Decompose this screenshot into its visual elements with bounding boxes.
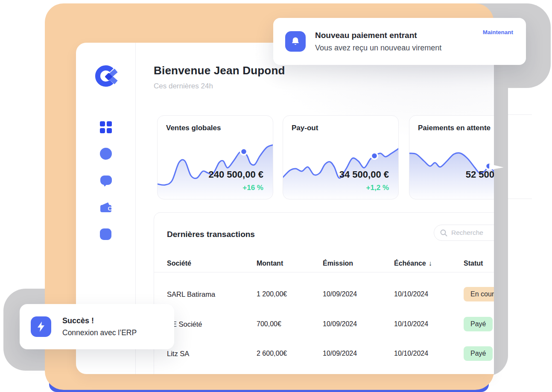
stat-card-paiements-en-attente: Paiements en attente 52 500,00 € — [409, 115, 494, 199]
cell-due-date: 10/10/2024 — [394, 350, 464, 357]
sidebar-item-messages[interactable] — [99, 174, 112, 187]
stat-card-value: 34 500,00 € — [339, 169, 389, 180]
status-badge: En cours — [464, 287, 494, 301]
grid-icon — [99, 121, 112, 134]
stat-card-delta: +1,2 % — [366, 184, 389, 192]
search-box[interactable] — [434, 225, 494, 241]
sidebar-item-wallet[interactable] — [99, 201, 112, 214]
search-input[interactable] — [451, 229, 494, 237]
transactions-title: Dernières transactions — [167, 230, 255, 239]
notification-toast[interactable]: Nouveau paiement entrant Vous avez reçu … — [273, 18, 526, 65]
pointer-triangle — [487, 161, 505, 173]
cell-issue-date: 10/09/2024 — [323, 320, 394, 328]
column-header-emission: Émission — [323, 260, 394, 267]
sidebar-item-dashboard[interactable] — [99, 121, 112, 134]
success-toast[interactable]: Succès ! Connexion avec l’ERP — [20, 304, 174, 349]
cell-due-date: 10/10/2024 — [394, 290, 464, 298]
sidebar-item-settings[interactable] — [99, 228, 112, 241]
sort-descending-icon: ↓ — [429, 260, 432, 267]
table-row[interactable]: Litz SA 2 600,00€ 10/09/2024 10/10/2024 … — [154, 342, 494, 366]
column-header-montant: Montant — [257, 260, 323, 267]
cell-amount: 700,00€ — [257, 320, 323, 328]
cell-due-date: 10/10/2024 — [394, 320, 464, 328]
toast-message: Connexion avec l’ERP — [62, 328, 137, 337]
sidebar-item-accounts[interactable] — [99, 147, 112, 160]
page-title: Bienvenue Jean Dupond — [154, 64, 285, 77]
cell-issue-date: 10/09/2024 — [323, 290, 394, 298]
column-header-societe: Société — [167, 260, 257, 267]
lightning-bolt-icon — [31, 316, 51, 337]
app-logo-icon[interactable] — [94, 64, 118, 88]
column-header-statut: Statut — [464, 260, 494, 267]
cell-company: Litz SA — [167, 350, 257, 358]
wallet-icon — [99, 201, 112, 214]
stat-card-label: Ventes globales — [166, 124, 221, 132]
table-row[interactable]: RE Société 700,00€ 10/09/2024 10/10/2024… — [154, 312, 494, 336]
bell-icon — [285, 31, 306, 52]
stat-card-delta: +16 % — [242, 184, 263, 192]
circle-icon — [100, 148, 112, 160]
rounded-square-icon — [100, 228, 111, 240]
toast-title: Succès ! — [62, 316, 94, 325]
cell-company: RE Société — [167, 320, 257, 328]
clipped-card-border-top — [508, 114, 532, 115]
status-badge: Payé — [464, 317, 493, 331]
cell-issue-date: 10/09/2024 — [323, 350, 394, 357]
toast-timestamp: Maintenant — [483, 29, 513, 35]
stat-card-value: 240 500,00 € — [209, 169, 263, 180]
sparkline-chart — [409, 136, 494, 199]
toast-message: Vous avez reçu un nouveau virement — [315, 44, 441, 53]
cell-amount: 1 200,00€ — [257, 290, 323, 298]
stat-card-label: Paiements en attente — [418, 124, 491, 132]
stat-card-pay-out: Pay-out 34 500,00 € +1,2 % — [283, 115, 399, 199]
transactions-card: Dernières transactions Société Montant É… — [154, 212, 494, 374]
status-badge: Payé — [464, 346, 493, 361]
stat-card-label: Pay-out — [292, 124, 318, 132]
column-header-echeance[interactable]: Échéance↓ — [394, 260, 464, 267]
table-row[interactable]: SARL Batirama 1 200,00€ 10/09/2024 10/10… — [154, 282, 494, 306]
toast-title: Nouveau paiement entrant — [315, 31, 417, 40]
cell-company: SARL Batirama — [167, 290, 257, 298]
cell-amount: 2 600,00€ — [257, 350, 323, 357]
chat-bubble-icon — [99, 174, 112, 187]
clipped-card-border-bottom — [508, 199, 532, 199]
stat-card-ventes-globales: Ventes globales 240 500,00 € +16 % — [157, 115, 273, 199]
table-header-row: Société Montant Émission Échéance↓ Statu… — [154, 255, 494, 272]
page-subtitle: Ces dernières 24h — [154, 82, 213, 91]
search-icon — [440, 229, 447, 237]
